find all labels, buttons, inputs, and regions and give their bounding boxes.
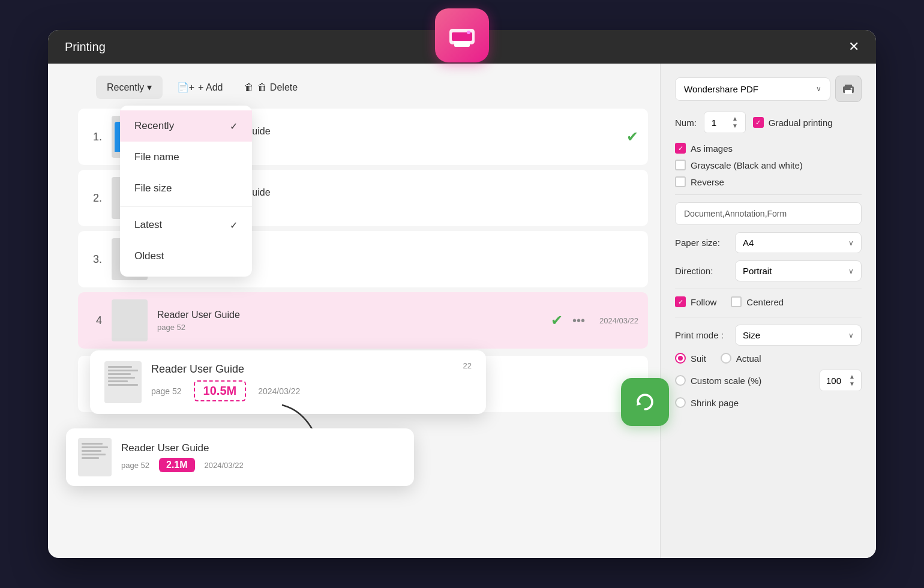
check-icon: ✔ <box>626 128 638 145</box>
dropdown-item-recently[interactable]: Recently ✓ <box>120 110 252 142</box>
right-panel: Wondershare PDF ∨ Num: 1 <box>660 64 876 558</box>
file-num: 4 <box>88 314 102 327</box>
scale-spinner-up[interactable]: ▲ <box>849 374 855 380</box>
printer-icon-button[interactable] <box>835 76 862 102</box>
as-images-checkbox[interactable]: ✓ <box>675 143 686 154</box>
gradual-printing-checkbox[interactable]: ✓ <box>753 117 764 128</box>
dropdown-item-label: Latest <box>134 219 162 231</box>
grayscale-row: Grayscale (Black and white) <box>675 160 862 170</box>
paper-size-row: Paper size: A4 ∨ <box>675 232 862 253</box>
print-mode-dropdown[interactable]: Size ∨ <box>735 325 862 346</box>
check-icon: ✓ <box>678 145 683 152</box>
tooltip-small-size-badge: 2.1M <box>159 458 195 472</box>
more-options-icon[interactable]: ••• <box>572 314 585 328</box>
tooltip-meta: page 52 10.5M 2024/03/22 <box>151 380 454 401</box>
shrink-page-radio-circle <box>675 397 686 408</box>
delete-button[interactable]: 🗑 🗑 Delete <box>237 77 305 98</box>
dropdown-item-filename[interactable]: File name <box>120 142 252 173</box>
gradual-printing-label: Gradual printing <box>769 118 833 128</box>
printing-dialog: Printing ✕ Recently ▾ 📄+ + Add 🗑 🗑 Delet… <box>48 30 876 558</box>
sort-dropdown: Recently ✓ File name File size Latest ✓ … <box>120 106 252 277</box>
dropdown-item-oldest[interactable]: Oldest <box>120 241 252 272</box>
paper-size-dropdown[interactable]: A4 ∨ <box>735 232 862 253</box>
reverse-label: Reverse <box>691 177 724 187</box>
dropdown-item-label: Recently <box>134 120 174 132</box>
dropdown-item-latest[interactable]: Latest ✓ <box>120 209 252 241</box>
follow-row: ✓ Follow <box>675 296 716 307</box>
num-spinners: ▲ ▼ <box>732 116 738 129</box>
scale-spinner-down[interactable]: ▼ <box>849 381 855 387</box>
centered-checkbox[interactable] <box>731 296 742 307</box>
spinner-up[interactable]: ▲ <box>732 116 738 122</box>
tooltip-num: 22 <box>463 361 472 370</box>
check-icon: ✓ <box>755 119 761 127</box>
grayscale-checkbox[interactable] <box>675 160 686 170</box>
file-date: 2024/03/22 <box>599 316 638 325</box>
printer-name: Wondershare PDF <box>684 84 758 94</box>
scale-input[interactable]: 100 ▲ ▼ <box>820 370 862 391</box>
shrink-page-label: Shrink page <box>691 398 739 408</box>
left-panel: Recently ▾ 📄+ + Add 🗑 🗑 Delete Recently … <box>48 64 660 558</box>
as-images-row: ✓ As images <box>675 143 862 154</box>
spinner-down[interactable]: ▼ <box>732 123 738 129</box>
suit-radio-circle <box>675 353 686 364</box>
svg-rect-10 <box>845 85 852 88</box>
file-name: Reader User Guide <box>157 310 541 320</box>
check-icon: ✔ <box>551 312 563 329</box>
dropdown-item-label: Oldest <box>134 250 164 262</box>
as-images-label: As images <box>691 143 733 154</box>
divider <box>675 317 862 317</box>
svg-rect-2 <box>454 41 470 47</box>
reverse-row: Reverse <box>675 176 862 187</box>
add-icon: 📄+ <box>177 82 194 93</box>
close-button[interactable]: ✕ <box>848 40 859 53</box>
direction-dropdown[interactable]: Portrait ∨ <box>735 260 862 281</box>
actual-radio-label: Actual <box>736 353 761 364</box>
recently-dropdown-btn[interactable]: Recently ▾ <box>96 76 163 99</box>
reverse-checkbox[interactable] <box>675 176 686 187</box>
add-button[interactable]: 📄+ + Add <box>170 77 230 98</box>
tooltip-small-thumbnail <box>78 438 112 476</box>
num-label: Num: <box>675 118 697 128</box>
dropdown-item-label: File name <box>134 151 179 163</box>
follow-label: Follow <box>691 297 716 307</box>
tooltip-small-meta: page 52 2.1M 2024/03/22 <box>121 458 402 472</box>
file-info: Reader User Guide page 52 <box>157 310 541 332</box>
tooltip-title: Reader User Guide <box>151 363 454 376</box>
num-input[interactable]: 1 ▲ ▼ <box>704 112 746 133</box>
chevron-down-icon: ∨ <box>848 331 854 340</box>
scale-value: 100 <box>826 376 841 386</box>
dialog-body: Recently ▾ 📄+ + Add 🗑 🗑 Delete Recently … <box>48 64 876 558</box>
divider <box>675 194 862 195</box>
chevron-down-icon: ∨ <box>848 239 854 247</box>
print-app-icon <box>435 8 489 62</box>
printer-dropdown[interactable]: Wondershare PDF ∨ <box>675 77 830 101</box>
suit-radio[interactable]: Suit <box>675 353 706 364</box>
delete-icon: 🗑 <box>244 82 254 93</box>
shrink-page-radio[interactable]: Shrink page <box>675 397 739 408</box>
check-icon: ✓ <box>678 298 683 306</box>
divider <box>675 289 862 289</box>
print-mode-row: Print mode : Size ∨ <box>675 325 862 346</box>
dropdown-item-filesize[interactable]: File size <box>120 173 252 204</box>
tooltip-card-small: Reader User Guide page 52 2.1M 2024/03/2… <box>66 428 414 486</box>
custom-scale-radio[interactable]: Custom scale (%) <box>675 375 761 386</box>
tooltip-small-info: Reader User Guide page 52 2.1M 2024/03/2… <box>121 442 402 472</box>
gradual-printing-row: ✓ Gradual printing <box>753 117 833 128</box>
follow-checkbox[interactable]: ✓ <box>675 296 686 307</box>
centered-row: Centered <box>731 296 784 307</box>
centered-label: Centered <box>746 297 784 307</box>
refresh-button[interactable] <box>621 378 669 426</box>
tooltip-small-name: Reader User Guide <box>121 442 402 454</box>
actual-radio[interactable]: Actual <box>721 353 761 364</box>
file-num: 1. <box>88 131 102 143</box>
file-item-highlighted[interactable]: 4 Reader User Guide page 52 <box>78 292 648 349</box>
paper-size-label: Paper size: <box>675 238 735 248</box>
file-num: 2. <box>88 192 102 205</box>
tooltip-small-pages: page 52 <box>121 461 149 470</box>
suit-actual-radio-group: Suit Actual <box>675 353 862 364</box>
svg-rect-11 <box>845 90 852 94</box>
content-field[interactable]: Document,Annotation,Form <box>675 202 862 225</box>
print-mode-label: Print mode : <box>675 330 735 340</box>
svg-point-3 <box>467 31 470 34</box>
